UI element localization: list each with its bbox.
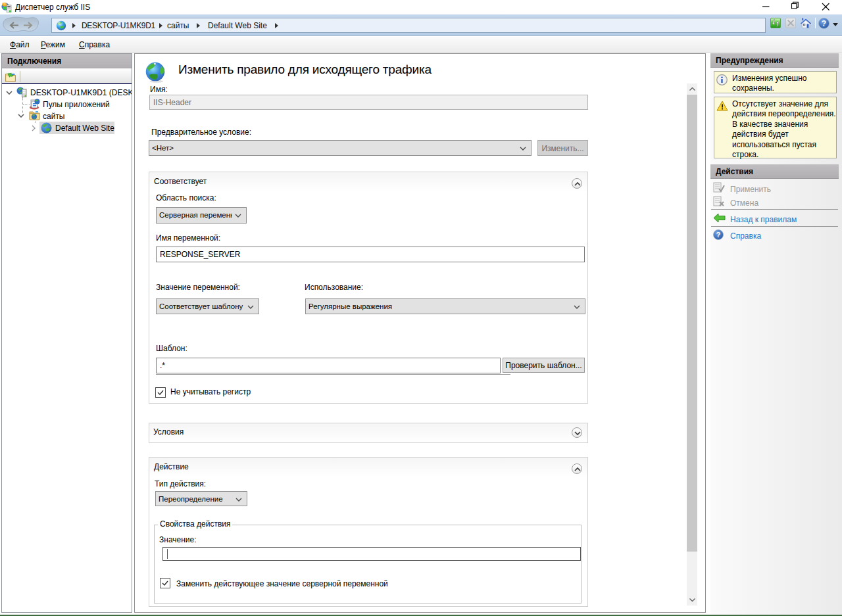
svg-text:?: ? bbox=[822, 19, 826, 28]
svg-text:?: ? bbox=[716, 231, 721, 239]
